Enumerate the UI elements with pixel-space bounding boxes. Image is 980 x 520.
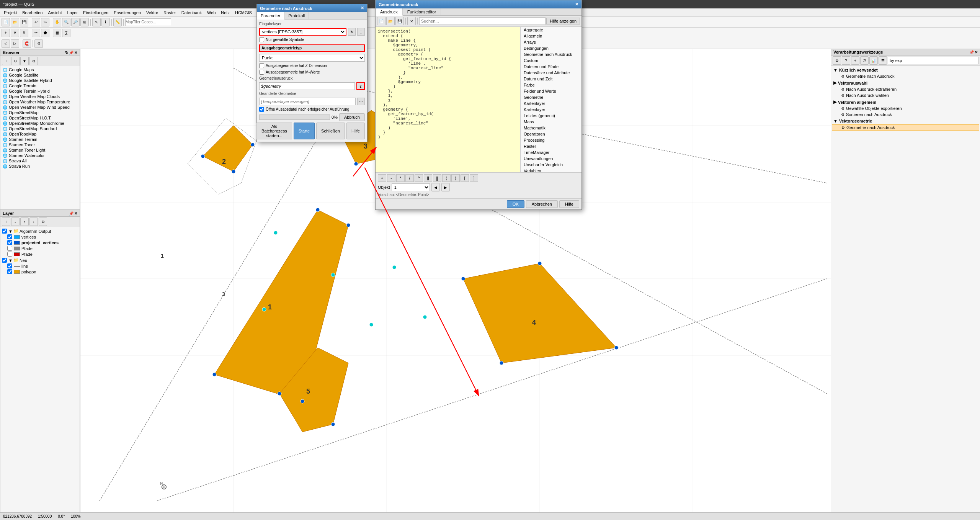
ga-tree-felder[interactable]: Felder und Werte (521, 88, 581, 94)
layer-remove-btn[interactable]: - (11, 217, 20, 226)
ga-clear-btn[interactable]: ✕ (407, 17, 416, 25)
browser-add-btn[interactable]: + (2, 57, 10, 65)
redo-btn[interactable]: ↪ (41, 18, 49, 26)
ga-tree-timemanager[interactable]: TimeManager (521, 149, 581, 155)
layer-item-vertices[interactable]: vertices (1, 234, 79, 240)
tree-group-vektorgeom-header[interactable]: ▼ Vektorgeometrie (832, 118, 979, 124)
browser-item-google-terrain[interactable]: 🌐Google Terrain (1, 83, 79, 88)
menu-datenbank[interactable]: Datenbank (179, 10, 204, 16)
menu-raster[interactable]: Raster (161, 10, 178, 16)
ga-op-mult[interactable]: * (396, 174, 405, 182)
proc-options-icon[interactable]: ☰ (879, 56, 887, 65)
ga-prev-btn[interactable]: ◀ (431, 183, 440, 191)
z-dim-checkbox[interactable] (259, 63, 264, 68)
ga-editor[interactable]: intersection( extend ( make_line { $geom… (376, 27, 520, 172)
ga-open-btn[interactable]: 📂 (386, 17, 395, 25)
field-calc-btn[interactable]: ∑ (62, 29, 70, 37)
open-btn[interactable]: 📂 (11, 18, 19, 26)
ga-op-close-bracket[interactable]: ] (470, 174, 478, 182)
menu-web[interactable]: Web (205, 10, 218, 16)
menu-netz[interactable]: Netz (219, 10, 232, 16)
browser-item-stamen-toner-light[interactable]: 🌐Stamen Toner Light (1, 147, 79, 153)
tree-item-geom-recent[interactable]: ⚙ Geometrie nach Ausdruck (832, 73, 979, 79)
layer-close-icon[interactable]: ✕ (74, 211, 77, 216)
tree-group-recent-header[interactable]: ▼ Kürzlich verwendet (832, 67, 979, 73)
attribute-table-btn[interactable]: ▦ (53, 29, 61, 37)
geaenderte-geom-input[interactable] (259, 98, 356, 105)
tree-item-export[interactable]: ⚙ Gewählte Objekte exportieren (832, 105, 979, 111)
ga-tree-dateien[interactable]: Dateien und Pfade (521, 64, 581, 70)
ga-tree-operatoren[interactable]: Operatoren (521, 131, 581, 137)
ga-tree-datensaetze[interactable]: Datensätze und Attribute (521, 70, 581, 76)
browser-item-google-satellite-hybrid[interactable]: 🌐Google Satellite Hybrid (1, 78, 79, 83)
menu-bearbeiten[interactable]: Bearbeiten (20, 10, 45, 16)
browser-item-owm-temp[interactable]: 🌐Open Weather Map Temperature (1, 99, 79, 105)
add-vector-btn[interactable]: V (11, 29, 19, 37)
eingabelayer-refresh-btn[interactable]: ↻ (348, 28, 356, 36)
ga-tree-datum[interactable]: Datum und Zeit (521, 76, 581, 82)
browser-item-stamen-terrain[interactable]: 🌐Stamen Terrain (1, 137, 79, 142)
layer-up-btn[interactable]: ↑ (20, 217, 29, 226)
add-layer-btn[interactable]: + (2, 29, 10, 37)
browser-refresh-btn[interactable]: ↻ (11, 57, 20, 65)
batch-btn[interactable]: Als Batchprozess starten... (256, 123, 292, 139)
menu-einstellungen[interactable]: Einstellungen (81, 10, 111, 16)
layer-pfade2-checkbox[interactable] (7, 252, 12, 257)
ga-objekt-select[interactable]: 1 (392, 183, 430, 191)
dialog-tab-parameter[interactable]: Parameter (257, 12, 284, 20)
layer-vertices-checkbox[interactable] (7, 234, 12, 239)
geom-ausdruck-epsilon-btn[interactable]: ε (356, 82, 365, 90)
save-btn[interactable]: 💾 (20, 18, 28, 26)
browser-item-osm[interactable]: 🌐OpenStreetMap (1, 110, 79, 115)
browser-item-stamen-toner[interactable]: 🌐Stamen Toner (1, 142, 79, 147)
browser-item-strava-all[interactable]: 🌐Strava All (1, 158, 79, 164)
menu-vektor[interactable]: Vektor (144, 10, 160, 16)
browser-close-icon[interactable]: ✕ (74, 51, 77, 55)
nav-btn-2[interactable]: ▷ (11, 39, 19, 48)
layer-down-btn[interactable]: ↓ (29, 217, 38, 226)
ga-new-btn[interactable]: 📄 (377, 17, 385, 25)
ga-op-pause[interactable]: ‖ (433, 174, 441, 182)
ga-abbrechen-btn[interactable]: Abbrechen (526, 200, 558, 208)
new-project-btn[interactable]: 📄 (2, 18, 10, 26)
ga-tab-ausdruck[interactable]: Ausdruck (376, 8, 403, 16)
ga-save-btn[interactable]: 💾 (395, 17, 404, 25)
ga-ok-btn[interactable]: OK (507, 200, 524, 208)
browser-item-google-satellite[interactable]: 🌐Google Satellite (1, 72, 79, 78)
eingabelayer-select[interactable]: vertices [EPSG:3857] (259, 28, 346, 36)
ga-op-pow[interactable]: ^ (415, 174, 423, 182)
ga-op-plus[interactable]: + (378, 174, 386, 182)
layer-item-pfade-1[interactable]: Pfade (1, 245, 79, 251)
tree-item-select[interactable]: ⚙ Nach Ausdruck wählen (832, 92, 979, 98)
browser-item-osm-standard[interactable]: 🌐OpenStreetMap Standard (1, 126, 79, 131)
layer-group-neu-header[interactable]: ▼ 📁 Neu (1, 257, 79, 263)
proc-help-icon[interactable]: ? (842, 56, 850, 65)
abbruch-btn[interactable]: Abbruch (339, 113, 365, 121)
eingabelayer-options-btn[interactable]: ⋮ (357, 28, 365, 36)
tree-item-geom-by-expr[interactable]: ⚙ Geometrie nach Ausdruck (832, 124, 979, 131)
nav-btn-1[interactable]: ◁ (2, 39, 10, 48)
layer-item-line[interactable]: line (1, 263, 79, 269)
browser-refresh-icon[interactable]: ↻ (65, 51, 68, 55)
measure-btn[interactable]: 📏 (113, 18, 122, 26)
geocoder-input[interactable] (125, 18, 171, 26)
open-file-checkbox[interactable] (259, 107, 264, 112)
browser-item-google-maps[interactable]: 🌐Google Maps (1, 67, 79, 72)
menu-erweiterungen[interactable]: Erweiterungen (111, 10, 143, 16)
ga-tree-unscharfer[interactable]: Unscharfer Vergleich (521, 162, 581, 168)
ga-tab-funktionseditor[interactable]: Funktionseditor (403, 8, 441, 15)
menu-hcmgis[interactable]: HCMGIS (233, 10, 254, 16)
processing-close-icon[interactable]: ✕ (975, 50, 978, 54)
proc-settings-icon[interactable]: ⚙ (833, 56, 841, 65)
browser-item-google-terrain-hybrid[interactable]: 🌐Google Terrain Hybrid (1, 88, 79, 94)
ga-op-concat[interactable]: || (424, 174, 432, 182)
layer-item-projected-vertices[interactable]: projected_vertices (1, 240, 79, 245)
digitize-btn[interactable]: ⬟ (41, 29, 49, 37)
tree-group-vektorauswahl-header[interactable]: ▶ Vektorauswahl (832, 80, 979, 86)
ga-tree-custom[interactable]: Geometrie nach Ausdruck (521, 51, 581, 57)
select-btn[interactable]: ↖ (92, 18, 101, 26)
browser-item-stamen-watercolor[interactable]: 🌐Stamen Watercolor (1, 153, 79, 158)
ga-op-open-paren[interactable]: ( (442, 174, 451, 182)
menu-projekt[interactable]: Projekt (2, 10, 19, 16)
tree-item-sort[interactable]: ⚙ Sortieren nach Ausdruck (832, 111, 979, 118)
